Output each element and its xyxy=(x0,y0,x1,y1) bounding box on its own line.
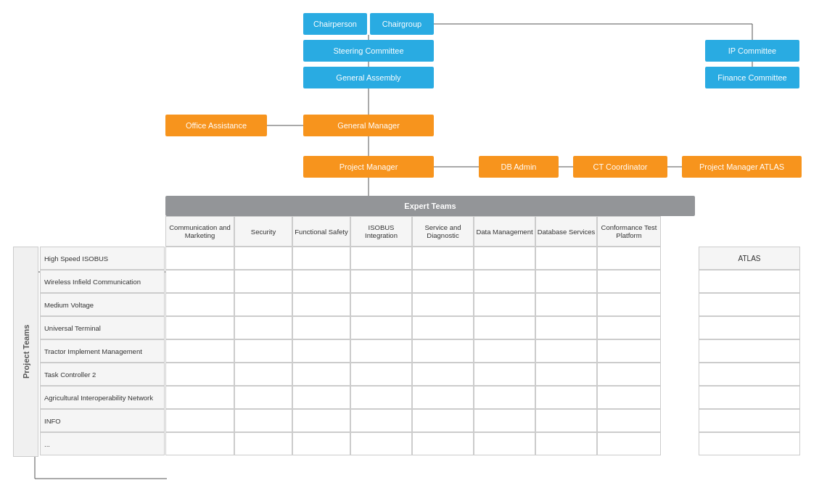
grid-cell-r1-c4 xyxy=(412,270,474,293)
grid-cell-r8-c7 xyxy=(597,432,661,455)
row-label-0: High Speed ISOBUS xyxy=(40,247,165,270)
col-header-5: Data Management xyxy=(474,216,535,247)
chairgroup-box: Chairgroup xyxy=(370,13,434,35)
atlas-cell-r2 xyxy=(699,293,800,316)
grid-cell-r0-c1 xyxy=(234,247,292,270)
org-chart: Chairperson Chairgroup Steering Committe… xyxy=(0,0,827,504)
grid-cell-r7-c7 xyxy=(597,409,661,432)
col-header-1: Security xyxy=(234,216,292,247)
row-label-8: ... xyxy=(40,432,165,455)
office-assistance-box: Office Assistance xyxy=(165,115,267,136)
grid-cell-r2-c7 xyxy=(597,293,661,316)
grid-cell-r1-c7 xyxy=(597,270,661,293)
grid-cell-r6-c2 xyxy=(292,386,350,409)
grid-cell-r1-c2 xyxy=(292,270,350,293)
row-label-3: Universal Terminal xyxy=(40,316,165,339)
finance-committee-box: Finance Committee xyxy=(705,67,799,88)
grid-cell-r2-c1 xyxy=(234,293,292,316)
grid-cell-r4-c2 xyxy=(292,339,350,363)
atlas-cell-r1 xyxy=(699,270,800,293)
grid-cell-r0-c4 xyxy=(412,247,474,270)
row-label-4: Tractor Implement Management xyxy=(40,339,165,363)
grid-cell-r3-c6 xyxy=(535,316,597,339)
grid-cell-r7-c0 xyxy=(165,409,234,432)
grid-cell-r5-c4 xyxy=(412,363,474,386)
ip-committee-box: IP Committee xyxy=(705,40,799,62)
grid-cell-r6-c0 xyxy=(165,386,234,409)
steering-box: Steering Committee xyxy=(303,40,434,62)
atlas-cell-r5 xyxy=(699,363,800,386)
chairperson-box: Chairperson xyxy=(303,13,367,35)
grid-cell-r6-c4 xyxy=(412,386,474,409)
col-header-6: Database Services xyxy=(535,216,597,247)
grid-cell-r5-c0 xyxy=(165,363,234,386)
grid-cell-r1-c5 xyxy=(474,270,535,293)
grid-cell-r2-c3 xyxy=(350,293,412,316)
grid-cell-r0-c2 xyxy=(292,247,350,270)
grid-cell-r8-c6 xyxy=(535,432,597,455)
grid-cell-r5-c7 xyxy=(597,363,661,386)
pm-atlas-box: Project Manager ATLAS xyxy=(682,156,802,178)
col-header-4: Service and Diagnostic xyxy=(412,216,474,247)
grid-cell-r4-c7 xyxy=(597,339,661,363)
grid-cell-r5-c1 xyxy=(234,363,292,386)
grid-cell-r2-c6 xyxy=(535,293,597,316)
atlas-label: ATLAS xyxy=(699,247,800,270)
atlas-cell-r3 xyxy=(699,316,800,339)
col-header-7: Conformance Test Platform xyxy=(597,216,661,247)
row-label-5: Task Controller 2 xyxy=(40,363,165,386)
grid-cell-r2-c4 xyxy=(412,293,474,316)
grid-cell-r7-c6 xyxy=(535,409,597,432)
grid-cell-r5-c6 xyxy=(535,363,597,386)
grid-cell-r6-c3 xyxy=(350,386,412,409)
grid-cell-r4-c5 xyxy=(474,339,535,363)
atlas-cell-r7 xyxy=(699,409,800,432)
grid-cell-r1-c3 xyxy=(350,270,412,293)
grid-cell-r3-c2 xyxy=(292,316,350,339)
grid-cell-r7-c4 xyxy=(412,409,474,432)
grid-cell-r5-c2 xyxy=(292,363,350,386)
grid-cell-r2-c0 xyxy=(165,293,234,316)
row-label-2: Medium Voltage xyxy=(40,293,165,316)
grid-cell-r6-c5 xyxy=(474,386,535,409)
grid-cell-r0-c6 xyxy=(535,247,597,270)
grid-cell-r6-c7 xyxy=(597,386,661,409)
ct-coordinator-box: CT Coordinator xyxy=(573,156,667,178)
db-admin-box: DB Admin xyxy=(479,156,559,178)
grid-cell-r3-c5 xyxy=(474,316,535,339)
row-label-1: Wireless Infield Communication xyxy=(40,270,165,293)
grid-cell-r7-c3 xyxy=(350,409,412,432)
assembly-box: General Assembly xyxy=(303,67,434,88)
grid-cell-r6-c1 xyxy=(234,386,292,409)
col-header-0: Communication and Marketing xyxy=(165,216,234,247)
grid-cell-r0-c7 xyxy=(597,247,661,270)
grid-cell-r3-c4 xyxy=(412,316,474,339)
grid-cell-r3-c0 xyxy=(165,316,234,339)
atlas-cell-r6 xyxy=(699,386,800,409)
col-header-3: ISOBUS Integration xyxy=(350,216,412,247)
grid-cell-r4-c3 xyxy=(350,339,412,363)
grid-cell-r7-c1 xyxy=(234,409,292,432)
grid-cell-r0-c3 xyxy=(350,247,412,270)
grid-cell-r5-c5 xyxy=(474,363,535,386)
grid-cell-r0-c0 xyxy=(165,247,234,270)
project-teams-label: Project Teams xyxy=(13,247,38,457)
grid-cell-r8-c1 xyxy=(234,432,292,455)
project-manager-box: Project Manager xyxy=(303,156,434,178)
grid-cell-r8-c0 xyxy=(165,432,234,455)
grid-cell-r6-c6 xyxy=(535,386,597,409)
grid-cell-r2-c2 xyxy=(292,293,350,316)
expert-teams-bar: Expert Teams xyxy=(165,196,695,216)
atlas-cell-r8 xyxy=(699,432,800,455)
grid-cell-r0-c5 xyxy=(474,247,535,270)
grid-cell-r8-c2 xyxy=(292,432,350,455)
grid-cell-r3-c1 xyxy=(234,316,292,339)
row-label-6: Agricultural Interoperability Network xyxy=(40,386,165,409)
grid-cell-r2-c5 xyxy=(474,293,535,316)
grid-cell-r5-c3 xyxy=(350,363,412,386)
grid-cell-r1-c6 xyxy=(535,270,597,293)
grid-cell-r3-c3 xyxy=(350,316,412,339)
row-label-7: INFO xyxy=(40,409,165,432)
grid-cell-r3-c7 xyxy=(597,316,661,339)
grid-cell-r8-c4 xyxy=(412,432,474,455)
